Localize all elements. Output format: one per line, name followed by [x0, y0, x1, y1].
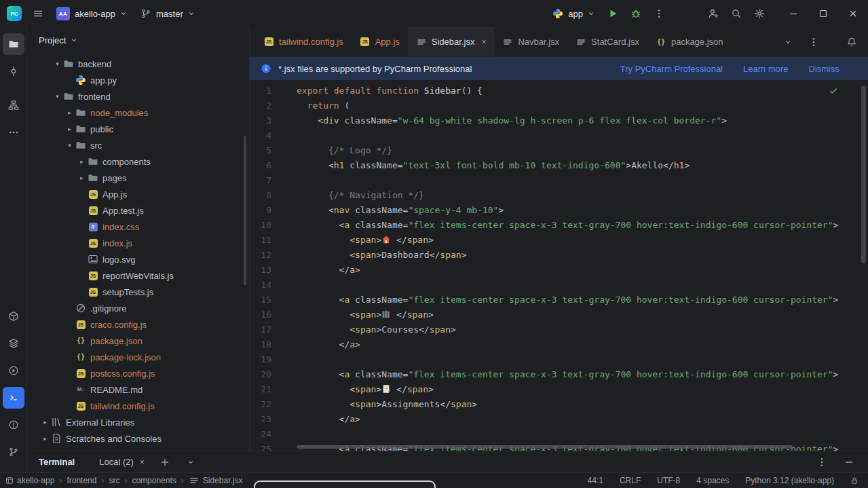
status-item-4-spaces[interactable]: 4 spaces	[696, 476, 729, 485]
terminal-type-dropdown[interactable]	[180, 451, 202, 473]
python-packages-tool-button[interactable]	[3, 305, 24, 327]
tab-StatCard.jsx[interactable]: StatCard.jsx	[567, 27, 647, 56]
breadcrumb-src[interactable]: src	[109, 476, 119, 485]
line-number[interactable]: 8	[250, 188, 271, 203]
tree-item-components[interactable]: ▸components	[27, 153, 249, 170]
tree-item-Scratches and Consoles[interactable]: ▸Scratches and Consoles	[27, 430, 249, 447]
status-item-44-1[interactable]: 44:1	[588, 476, 603, 485]
line-number[interactable]: 25	[250, 442, 271, 451]
chevron-right-icon[interactable]: ▸	[76, 158, 88, 165]
run-button[interactable]	[602, 3, 624, 24]
editor-horizontal-scrollbar[interactable]	[297, 445, 793, 449]
tab-Sidebar.jsx[interactable]: Sidebar.jsx×	[408, 27, 495, 56]
project-panel-header[interactable]: Project	[27, 27, 249, 53]
tree-item-pages[interactable]: ▸pages	[27, 170, 249, 186]
line-number[interactable]: 18	[250, 337, 271, 352]
more-actions-button[interactable]	[648, 3, 670, 24]
project-widget[interactable]: AA akello-app	[50, 3, 133, 24]
code-with-me-button[interactable]	[702, 3, 724, 24]
tab-App.js[interactable]: JSApp.js	[352, 27, 408, 56]
tree-item-app.py[interactable]: app.py	[27, 72, 249, 88]
tree-item-package.json[interactable]: {}package.json	[27, 333, 249, 349]
version-control-tool-button[interactable]	[3, 441, 24, 463]
breadcrumb-components[interactable]: components	[132, 476, 176, 485]
tree-item-package-lock.json[interactable]: {}package-lock.json	[27, 349, 249, 365]
line-number[interactable]: 21	[250, 382, 271, 397]
status-item-crlf[interactable]: CRLF	[620, 476, 641, 485]
new-terminal-button[interactable]	[154, 451, 176, 473]
terminal-title[interactable]: Terminal	[39, 457, 75, 467]
line-number[interactable]: 16	[250, 307, 271, 322]
close-terminal-tab-icon[interactable]: ×	[140, 457, 145, 467]
branch-widget[interactable]: master	[134, 5, 201, 22]
chevron-down-icon[interactable]: ▾	[52, 60, 63, 67]
inspection-ok-icon[interactable]	[829, 86, 838, 96]
tree-item-node_modules[interactable]: ▸node_modules	[27, 105, 249, 121]
code-editor[interactable]: 1234567891011121314151617181920212223242…	[250, 80, 868, 451]
status-item-utf-8[interactable]: UTF-8	[657, 476, 680, 485]
line-number[interactable]: 5	[250, 143, 271, 158]
line-number[interactable]: 24	[250, 427, 271, 442]
line-number[interactable]: 12	[250, 248, 271, 263]
chevron-down-icon[interactable]: ▾	[64, 142, 75, 149]
line-number[interactable]: 6	[250, 158, 271, 173]
try-professional-link[interactable]: Try PyCharm Professional	[620, 64, 723, 74]
tab-package.json[interactable]: {}package.json	[647, 27, 732, 56]
breadcrumb-Sidebar.jsx[interactable]: Sidebar.jsx	[189, 475, 243, 486]
editor-vertical-scrollbar[interactable]	[861, 86, 866, 263]
tab-options-button[interactable]	[803, 31, 825, 53]
chevron-right-icon[interactable]: ▸	[76, 174, 88, 181]
tree-item-src[interactable]: ▾src	[27, 137, 249, 153]
tab-Navbar.jsx[interactable]: Navbar.jsx	[494, 27, 567, 56]
line-number[interactable]: 3	[250, 113, 271, 128]
chevron-right-icon[interactable]: ▸	[39, 435, 51, 442]
hide-terminal-button[interactable]	[838, 451, 860, 473]
project-scrollbar[interactable]	[244, 136, 246, 285]
status-item-python-3.12-akello-app-[interactable]: Python 3.12 (akello-app)	[745, 476, 834, 485]
close-window-button[interactable]	[838, 0, 868, 27]
tab-list-button[interactable]	[777, 31, 799, 53]
debug-button[interactable]	[625, 3, 647, 24]
breadcrumb-akello-app[interactable]: akello-app	[5, 476, 54, 485]
close-tab-icon[interactable]: ×	[481, 37, 486, 47]
tree-item-logo.svg[interactable]: logo.svg	[27, 251, 249, 267]
services-tool-button[interactable]	[3, 333, 24, 354]
project-tool-button[interactable]	[3, 33, 24, 55]
tree-item-App.js[interactable]: JSApp.js	[27, 186, 249, 202]
more-tool-windows-button[interactable]	[3, 121, 24, 143]
line-number[interactable]: 23	[250, 412, 271, 427]
tree-item-.gitignore[interactable]: .gitignore	[27, 300, 249, 316]
commit-tool-button[interactable]	[3, 60, 24, 82]
notifications-button[interactable]	[841, 31, 863, 53]
tab-tailwind.config.js[interactable]: JStailwind.config.js	[255, 27, 352, 56]
editor-gutter[interactable]: 1234567891011121314151617181920212223242…	[250, 80, 278, 451]
line-number[interactable]: 17	[250, 322, 271, 337]
line-number[interactable]: 15	[250, 293, 271, 307]
tree-item-public[interactable]: ▸public	[27, 121, 249, 137]
line-number[interactable]: 20	[250, 367, 271, 382]
line-number[interactable]: 4	[250, 128, 271, 143]
breadcrumb-frontend[interactable]: frontend	[67, 476, 96, 485]
line-number[interactable]: 1	[250, 83, 271, 98]
run-tool-button[interactable]	[3, 360, 24, 381]
line-number[interactable]: 22	[250, 397, 271, 412]
tree-item-backend[interactable]: ▾backend	[27, 56, 249, 72]
chevron-down-icon[interactable]: ▾	[52, 93, 63, 100]
line-number[interactable]: 2	[250, 98, 271, 113]
tree-item-craco.config.js[interactable]: JScraco.config.js	[27, 316, 249, 333]
chevron-right-icon[interactable]: ▸	[64, 109, 75, 116]
line-number[interactable]: 19	[250, 352, 271, 367]
tree-item-postcss.config.js[interactable]: JSpostcss.config.js	[27, 365, 249, 381]
terminal-options-button[interactable]	[811, 451, 833, 473]
learn-more-link[interactable]: Learn more	[743, 64, 788, 74]
search-everywhere-button[interactable]	[725, 3, 747, 24]
maximize-button[interactable]	[808, 0, 838, 27]
line-number[interactable]: 9	[250, 203, 271, 218]
tree-item-index.js[interactable]: JSindex.js	[27, 235, 249, 251]
line-number[interactable]: 13	[250, 263, 271, 278]
tree-item-External Libraries[interactable]: ▸External Libraries	[27, 414, 249, 430]
tree-item-reportWebVitals.js[interactable]: JSreportWebVitals.js	[27, 267, 249, 284]
chevron-right-icon[interactable]: ▸	[64, 126, 75, 132]
minimize-button[interactable]	[778, 0, 808, 27]
chevron-right-icon[interactable]: ▸	[39, 419, 51, 426]
